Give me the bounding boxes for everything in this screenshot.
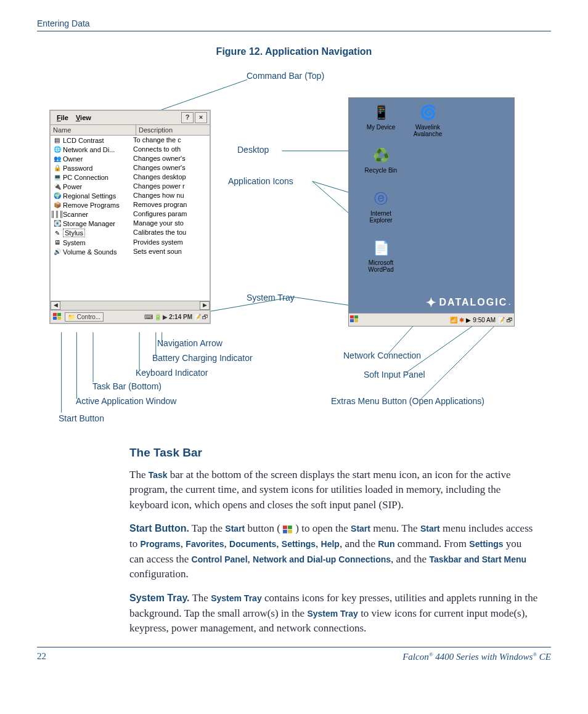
desktop-screen: 📱 My Device 🌀 Wavelink Avalanche ♻️ Recy… [348, 97, 515, 327]
callout-nav-arrow: Navigation Arrow [157, 338, 223, 348]
svg-rect-15 [53, 313, 57, 316]
desktop-icon-ie[interactable]: ⓔ Internet Explorer [361, 189, 401, 224]
footer-product: Falcon® 4400 Series with Windows® CE [402, 651, 551, 662]
list-item[interactable]: 🔒PasswordChanges owner's [51, 163, 210, 172]
callout-taskbar-bottom: Task Bar (Bottom) [92, 381, 161, 391]
status-icon[interactable]: ✱ [459, 317, 464, 323]
callout-desktop: Desktop [237, 145, 269, 155]
svg-rect-26 [288, 530, 292, 533]
paragraph-start-button: Start Button. Tap the Start button ( ) t… [129, 521, 539, 582]
active-application-button[interactable]: 📁 Contro... [65, 312, 104, 322]
list-item[interactable]: 🌍Regional SettingsChanges how nu [51, 191, 210, 200]
page-number: 22 [37, 651, 46, 662]
list-item[interactable]: 🖥SystemProvides system [51, 238, 210, 247]
system-icon: 🖥 [53, 238, 61, 246]
callout-start-button: Start Button [59, 413, 104, 423]
list-item[interactable]: 📦Remove ProgramsRemoves progran [51, 200, 210, 209]
callout-battery: Battery Charging Indicator [152, 353, 253, 363]
figure-caption: Figure 12. Application Navigation [37, 46, 551, 57]
page-header: Entering Data [37, 18, 551, 31]
datalogic-brand: ✦DATALOGIC. [426, 295, 510, 310]
start-button[interactable] [350, 315, 359, 324]
nav-arrow-icon[interactable]: ▶ [466, 317, 471, 323]
svg-rect-22 [354, 319, 358, 322]
display-icon: ▤ [53, 136, 61, 144]
svg-rect-21 [350, 319, 354, 322]
command-bar: FFileile VViewiew ? × [51, 111, 210, 125]
svg-rect-18 [57, 317, 61, 320]
owner-icon: 👥 [53, 155, 61, 163]
system-tray: ⌨ 🔋 ▶ 2:14 PM 📝 🗗 [144, 314, 208, 320]
network-icon: 🌐 [53, 145, 61, 153]
svg-rect-23 [283, 525, 287, 529]
svg-line-14 [421, 318, 503, 399]
list-item[interactable]: 💻PC ConnectionChanges desktop [51, 172, 210, 182]
svg-rect-17 [53, 317, 57, 320]
horizontal-scrollbar[interactable]: ◀ ▶ [51, 301, 210, 310]
paragraph-taskbar-intro: The Task bar at the bottom of the screen… [129, 468, 539, 513]
sip-icon[interactable]: 📝 [497, 317, 505, 323]
extras-menu-icon[interactable]: 🗗 [507, 317, 513, 323]
list-item[interactable]: ▤LCD ContrastTo change the c [51, 136, 210, 145]
heading-task-bar: The Task Bar [129, 444, 539, 461]
storage-icon: 💽 [53, 219, 61, 227]
network-connection-icon[interactable]: 📶 [450, 317, 457, 323]
column-name[interactable]: Name [51, 125, 136, 135]
callout-active-app: Active Application Window [76, 396, 176, 406]
menu-file[interactable]: FFileile [53, 113, 72, 123]
recycle-icon: ♻️ [371, 146, 391, 166]
callout-app-icons: Application Icons [228, 176, 293, 186]
list-item[interactable]: 💽Storage ManagerManage your sto [51, 219, 210, 228]
windows-flag-icon [53, 313, 62, 320]
desktop-icon-recycle[interactable]: ♻️ Recycle Bin [361, 146, 401, 174]
callout-system-tray: System Tray [247, 293, 295, 302]
close-button[interactable]: × [195, 112, 207, 123]
callout-keyboard: Keyboard Indicator [136, 368, 208, 378]
globe-icon: 🌍 [53, 192, 61, 200]
column-description[interactable]: Description [136, 125, 210, 135]
windows-flag-icon [283, 525, 293, 534]
help-button[interactable]: ? [181, 112, 194, 123]
sip-icon[interactable]: 📝 [194, 314, 201, 320]
scroll-left-icon[interactable]: ◀ [51, 301, 60, 310]
task-bar: 📶 ✱ ▶ 9:50 AM 📝 🗗 [349, 313, 514, 326]
desktop-icon-wordpad[interactable]: 📄 Microsoft WordPad [361, 238, 401, 273]
list-item[interactable]: ║║║ScannerConfigures param [51, 209, 210, 219]
clock: 9:50 AM [473, 317, 496, 323]
callout-network: Network Connection [343, 351, 421, 360]
svg-rect-24 [288, 525, 292, 529]
control-panel-list: ▤LCD ContrastTo change the c 🌐Network an… [51, 136, 210, 301]
scroll-right-icon[interactable]: ▶ [200, 301, 210, 310]
ie-icon: ⓔ [371, 189, 391, 209]
start-button[interactable] [52, 312, 63, 322]
svg-rect-25 [283, 530, 287, 533]
keyboard-indicator-icon[interactable]: ⌨ [144, 314, 153, 320]
task-bar: 📁 Contro... ⌨ 🔋 ▶ 2:14 PM 📝 🗗 [51, 310, 210, 323]
scanner-icon: ║║║ [53, 210, 61, 218]
power-icon: 🔌 [53, 182, 61, 190]
body-content: The Task Bar The Task bar at the bottom … [129, 444, 539, 636]
callout-command-bar: Command Bar (Top) [247, 71, 324, 81]
svg-rect-16 [57, 313, 61, 316]
list-item[interactable]: ✎StylusCalibrates the tou [51, 228, 210, 238]
figure-diagram: Command Bar (Top) Desktop Application Ic… [43, 63, 551, 433]
desktop-icon-wavelink[interactable]: 🌀 Wavelink Avalanche [408, 103, 447, 137]
device-icon: 📱 [371, 103, 391, 123]
clock: 2:14 PM [169, 314, 192, 320]
stylus-icon: ✎ [53, 229, 61, 237]
battery-charging-icon[interactable]: 🔋 [154, 314, 161, 320]
list-item[interactable]: 🔊Volume & SoundsSets event soun [51, 247, 210, 256]
list-item[interactable]: 🌐Network and Di...Connects to oth [51, 145, 210, 154]
list-item[interactable]: 🔌PowerChanges power r [51, 182, 210, 191]
wavelink-icon: 🌀 [418, 103, 438, 123]
svg-rect-19 [350, 315, 354, 318]
desktop-icon-my-device[interactable]: 📱 My Device [361, 103, 401, 131]
pc-connection-icon: 💻 [53, 173, 61, 181]
menu-view[interactable]: VViewiew [72, 113, 95, 123]
list-item[interactable]: 👥OwnerChanges owner's [51, 154, 210, 163]
sound-icon: 🔊 [53, 248, 61, 256]
nav-arrow-icon[interactable]: ▶ [163, 314, 168, 320]
paragraph-system-tray: System Tray. The System Tray contains ic… [129, 591, 539, 636]
extras-menu-icon[interactable]: 🗗 [202, 314, 208, 320]
callout-extras: Extras Menu Button (Open Applications) [331, 396, 484, 406]
